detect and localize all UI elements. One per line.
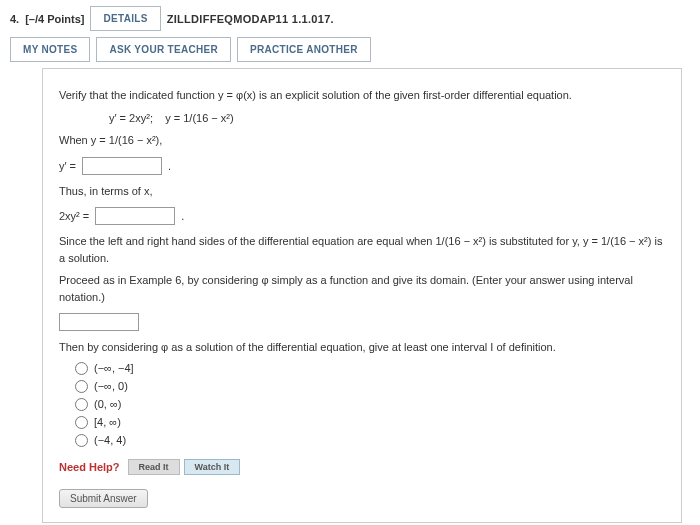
option-label: (−4, 4) <box>94 434 126 446</box>
period-2: . <box>181 210 184 222</box>
option-row[interactable]: (0, ∞) <box>75 398 665 411</box>
yprime-label: y′ = <box>59 160 76 172</box>
question-number: 4. <box>10 13 19 25</box>
equation-lhs: y′ = 2xy²; <box>109 112 153 124</box>
ask-teacher-button[interactable]: ASK YOUR TEACHER <box>96 37 231 62</box>
option-label: (0, ∞) <box>94 398 121 410</box>
details-button[interactable]: DETAILS <box>90 6 160 31</box>
need-help-row: Need Help? Read It Watch It <box>59 459 665 475</box>
practice-another-button[interactable]: PRACTICE ANOTHER <box>237 37 371 62</box>
submit-answer-button[interactable]: Submit Answer <box>59 489 148 508</box>
twoxy2-label: 2xy² = <box>59 210 89 222</box>
option-radio-3[interactable] <box>75 416 88 429</box>
twoxy2-input[interactable] <box>95 207 175 225</box>
thus-text: Thus, in terms of x, <box>59 183 665 200</box>
option-label: (−∞, 0) <box>94 380 128 392</box>
watch-it-button[interactable]: Watch It <box>184 459 241 475</box>
period-1: . <box>168 160 171 172</box>
option-radio-1[interactable] <box>75 380 88 393</box>
question-reference: ZILLDIFFEQMODAP11 1.1.017. <box>167 13 334 25</box>
option-label: (−∞, −4] <box>94 362 134 374</box>
since-text: Since the left and right hand sides of t… <box>59 233 665 266</box>
option-row[interactable]: (−4, 4) <box>75 434 665 447</box>
option-row[interactable]: [4, ∞) <box>75 416 665 429</box>
option-radio-0[interactable] <box>75 362 88 375</box>
equation-rhs: y = 1/(16 − x²) <box>165 112 233 124</box>
interval-options: (−∞, −4] (−∞, 0) (0, ∞) [4, ∞) (−4, 4) <box>75 362 665 447</box>
option-row[interactable]: (−∞, 0) <box>75 380 665 393</box>
points-label: [–/4 Points] <box>25 13 84 25</box>
read-it-button[interactable]: Read It <box>128 459 180 475</box>
when-text: When y = 1/(16 − x²), <box>59 132 665 149</box>
question-body: Verify that the indicated function y = φ… <box>42 68 682 523</box>
option-radio-2[interactable] <box>75 398 88 411</box>
thenby-text: Then by considering φ as a solution of t… <box>59 339 665 356</box>
my-notes-button[interactable]: MY NOTES <box>10 37 90 62</box>
option-row[interactable]: (−∞, −4] <box>75 362 665 375</box>
option-radio-4[interactable] <box>75 434 88 447</box>
option-label: [4, ∞) <box>94 416 121 428</box>
verify-text: Verify that the indicated function y = φ… <box>59 87 665 104</box>
proceed-text: Proceed as in Example 6, by considering … <box>59 272 665 305</box>
need-help-label: Need Help? <box>59 461 120 473</box>
domain-input[interactable] <box>59 313 139 331</box>
equation-row: y′ = 2xy²; y = 1/(16 − x²) <box>109 110 665 127</box>
yprime-input[interactable] <box>82 157 162 175</box>
